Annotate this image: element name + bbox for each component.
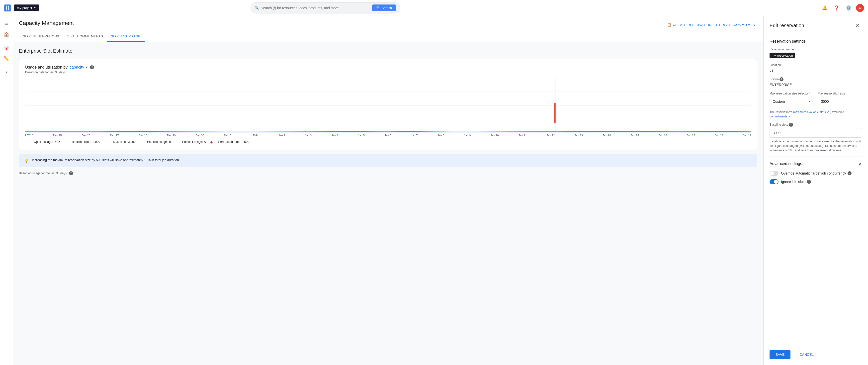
page-title: Capacity Management [19, 20, 74, 26]
info-bulb-icon: 💡 [24, 158, 29, 163]
create-reservation-icon: 📋 [667, 23, 672, 27]
chart-legend: Avg slot usage: 71.5 Baseline slots: 3,0… [25, 140, 751, 144]
ignore-idle-slider [770, 179, 778, 184]
override-help-icon[interactable]: ? [847, 171, 851, 175]
chart-help-icon[interactable]: ? [90, 65, 94, 69]
chart-xaxis: UTC-8 Dec 25 Dec 26 Dec 27 Dec 28 Dec 29… [25, 134, 751, 137]
max-size-label: Max reservation size [818, 92, 862, 95]
cancel-button[interactable]: CANCEL [794, 350, 819, 359]
legend-baseline-line-icon [64, 142, 70, 142]
legend-p50-line-icon [140, 142, 146, 142]
baseline-help-icon[interactable]: ? [789, 123, 793, 127]
reservation-name-label: Reservation name [770, 48, 862, 51]
logo-area [4, 4, 11, 11]
save-button[interactable]: SAVE [770, 350, 790, 359]
max-size-hint: The reservation's maximum available slot… [770, 110, 862, 119]
project-selector[interactable]: my-project ▼ [14, 4, 39, 11]
sidebar-menu-icon[interactable]: ☰ [1, 19, 11, 28]
advanced-settings-toggle[interactable]: Advanced settings ∧ [770, 161, 862, 167]
advanced-settings-collapse-icon: ∧ [858, 161, 862, 167]
chart-subtitle: Based on data for last 30 days. [25, 70, 751, 74]
search-bar: 🔍 🔍 Search [251, 2, 400, 13]
search-button[interactable]: 🔍 Search [372, 4, 396, 11]
baseline-help-text: Baseline is the minimum number of slots … [770, 139, 862, 153]
capacity-header: Capacity Management 📋 CREATE RESERVATION… [13, 16, 763, 42]
topbar-right: 🔔 ❓ ⚙️ G [820, 3, 864, 12]
page-body: Enterprise Slot Estimator Usage and util… [13, 42, 763, 181]
location-field: Location us [770, 63, 862, 72]
reservation-settings-title: Reservation settings [770, 39, 862, 43]
tab-slot-commitments[interactable]: SLOT COMMITMENTS [63, 31, 107, 42]
info-banner: 💡 Increasing the maximum reservation siz… [19, 154, 757, 167]
external-link-icon: ↗ [827, 111, 829, 114]
max-available-slots-link[interactable]: maximum available slots ↗ [793, 111, 830, 114]
help-icon[interactable]: ❓ [832, 3, 841, 12]
location-value: us [770, 68, 862, 72]
baseline-slots-field: Baseline slots ? Baseline is the minimum… [770, 123, 862, 153]
topbar: my-project ▼ 🔍 🔍 Search 🔔 ❓ ⚙️ G [0, 0, 868, 16]
commitments-link[interactable]: commitments ↗ [770, 115, 792, 118]
max-size-input[interactable] [818, 97, 862, 106]
sidebar-storage-icon[interactable]: 📊 [1, 42, 11, 53]
chart-title-prefix: Usage and utilization by [25, 65, 67, 69]
chart-svg [25, 78, 751, 133]
info-banner-text: Increasing the maximum reservation size … [32, 158, 179, 162]
legend-max-slots: → Max slots: 3,000 [104, 140, 135, 144]
max-size-field: Max reservation size [818, 92, 862, 106]
legend-max-line-icon [108, 142, 112, 142]
edition-value: ENTERPRISE [770, 83, 862, 87]
usage-note-help-icon[interactable]: ? [69, 171, 73, 175]
notifications-icon[interactable]: 🔔 [820, 3, 829, 12]
max-size-selector-label: Max reservation size selector * [770, 92, 814, 95]
ignore-idle-toggle-row: Ignore idle slots ? [770, 179, 862, 184]
capacity-selector-chevron-icon: ▼ [85, 66, 88, 69]
edition-label: Edition ? [770, 77, 862, 81]
legend-avg-slot-usage: Avg slot usage: 71.5 [25, 140, 60, 144]
sidebar-home-icon[interactable]: 🏠 [1, 29, 11, 39]
ignore-idle-toggle[interactable] [770, 179, 778, 184]
search-icon-inner: 🔍 [376, 6, 380, 10]
chart-header: Usage and utilization by capacity ▼ ? [25, 65, 751, 69]
search-icon: 🔍 [255, 6, 259, 10]
edit-panel-title: Edit reservation [770, 23, 804, 28]
legend-perf-line-icon [213, 142, 217, 142]
edit-reservation-panel: Edit reservation ✕ Reservation settings … [763, 16, 868, 365]
edit-panel-footer: SAVE CANCEL [764, 346, 868, 365]
legend-p50-slot-usage: P50 slot usage: 0 [140, 140, 171, 144]
estimator-title: Enterprise Slot Estimator [19, 48, 757, 54]
left-sidebar: ☰ 🏠 📊 ✏️ › [0, 16, 13, 365]
max-size-selector-field: Max reservation size selector * Custom A… [770, 92, 814, 106]
app-logo [4, 4, 11, 11]
project-selector-arrow-icon: ▼ [34, 6, 36, 9]
baseline-slots-input[interactable] [770, 128, 862, 138]
create-reservation-button[interactable]: 📋 CREATE RESERVATION [667, 21, 712, 29]
override-toggle[interactable] [770, 171, 778, 176]
close-panel-button[interactable]: ✕ [853, 21, 862, 30]
create-commitment-button[interactable]: + CREATE COMMITMENT [715, 21, 757, 29]
edition-help-icon[interactable]: ? [779, 77, 783, 81]
settings-icon[interactable]: ⚙️ [844, 3, 853, 12]
edition-field: Edition ? ENTERPRISE [770, 77, 862, 87]
max-size-selector[interactable]: Custom Auto Min Max [770, 97, 814, 106]
advanced-settings-title: Advanced settings [770, 161, 802, 166]
reservation-name-field: Reservation name my-reservation [770, 48, 862, 58]
sidebar-expand-icon[interactable]: › [1, 67, 11, 77]
user-avatar[interactable]: G [856, 4, 864, 12]
legend-p99-line-icon [178, 142, 181, 142]
usage-note: Based on usage for the last 30 days. ? [19, 171, 757, 175]
ignore-idle-help-icon[interactable]: ? [807, 180, 811, 184]
search-input[interactable] [261, 6, 370, 10]
tab-slot-estimator[interactable]: SLOT ESTIMATOR [107, 31, 145, 42]
search-input-wrap[interactable]: 🔍 🔍 Search [251, 2, 400, 13]
sidebar-compose-icon[interactable]: ✏️ [1, 54, 11, 64]
legend-max-arrow-icon: → [104, 140, 108, 144]
legend-baseline-slots: Baseline slots: 3,000 [64, 140, 100, 144]
tab-bar: SLOT RESERVATIONS SLOT COMMITMENTS SLOT … [19, 31, 757, 42]
create-commitment-icon: + [715, 23, 717, 27]
baseline-slots-label: Baseline slots ? [770, 123, 862, 127]
location-label: Location [770, 63, 862, 67]
capacity-selector[interactable]: capacity ▼ [69, 65, 88, 69]
tab-slot-reservations[interactable]: SLOT RESERVATIONS [19, 31, 63, 42]
required-indicator: * [809, 92, 810, 95]
advanced-settings-section: Advanced settings ∧ Override automatic t… [770, 157, 862, 184]
